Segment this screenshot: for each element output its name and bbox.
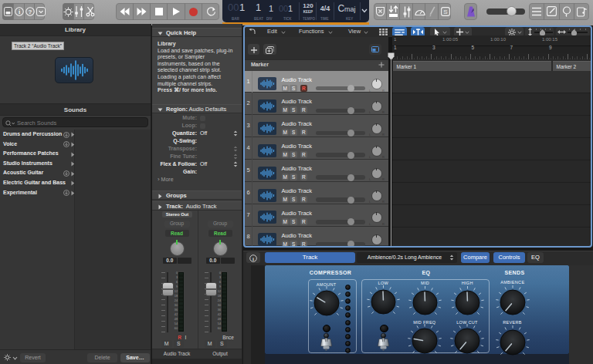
svg-text:i: i bbox=[252, 255, 254, 261]
svg-text:S: S bbox=[443, 8, 447, 15]
svg-text:i: i bbox=[19, 8, 21, 15]
svg-text:?: ? bbox=[29, 8, 32, 15]
